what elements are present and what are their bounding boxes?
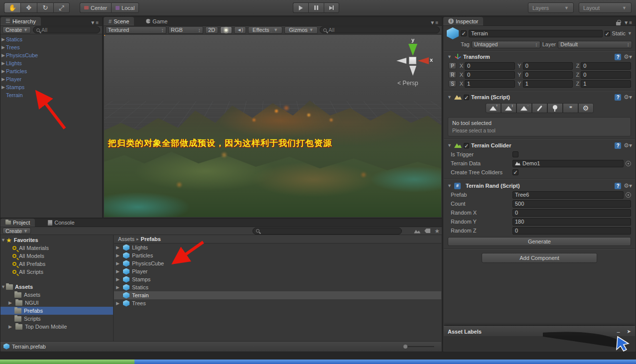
favorites-root[interactable]: ▼ ★ Favorites [0,236,113,244]
terrain-rand-header[interactable]: ▼ # Terrain Rand (Script) ? ⚙▾ [444,181,635,190]
file-trees[interactable]: ▶Trees [114,299,441,307]
component-enabled-checkbox[interactable]: ✓ [464,95,469,100]
file-llights[interactable]: ▶Llights [114,243,441,251]
scale-z-field[interactable]: 1 [581,80,631,88]
folder-top-down-mobile[interactable]: ▶Top Down Mobile [0,323,113,331]
scene-orientation-gizmo[interactable]: y x < Persp [396,37,432,87]
gear-icon[interactable]: ⚙▾ [624,142,632,149]
effects-dropdown[interactable]: Effects |▼ [248,26,282,34]
file-particles[interactable]: ▶Particles [114,251,441,259]
paint-texture-tool-button[interactable] [532,103,547,113]
file-physicscube[interactable]: ▶PhysicsCube [114,259,441,267]
layers-dropdown[interactable]: Layers ▼ [528,2,574,13]
help-icon[interactable]: ? [615,183,621,189]
position-x-field[interactable]: 0 [465,62,515,70]
hand-tool-button[interactable]: ✋ [4,2,20,13]
terrain-data-object-field[interactable]: Demo1 [512,160,624,167]
help-icon[interactable]: ? [615,54,621,60]
scene-search-input[interactable]: All [320,26,440,33]
create-tree-colliders-checkbox[interactable]: ✓ [512,169,518,175]
object-picker-icon[interactable] [626,192,631,198]
scene-viewport[interactable]: y x < Persp 把归类的对象全部做成预设，因为这样利于我们打包资源 [104,35,441,217]
channels-dropdown[interactable]: RGB↕ [168,26,203,34]
move-tool-button[interactable]: ✥ [20,2,37,13]
scale-y-field[interactable]: 1 [523,80,573,88]
help-icon[interactable]: ? [615,94,621,101]
random-z-field[interactable]: 0 [512,227,631,235]
pause-button[interactable] [308,2,324,13]
rotation-z-field[interactable]: 0 [581,71,631,79]
project-search-input[interactable] [253,228,402,235]
taskbar-segment[interactable] [134,360,636,364]
rotate-tool-button[interactable]: ↻ [37,2,53,13]
lighting-toggle-button[interactable] [220,26,232,34]
raise-height-tool-button[interactable]: ↑ [486,103,501,113]
terrain-settings-tool-button[interactable]: ⚙ [578,103,594,113]
rotation-button[interactable]: R [449,71,456,78]
scene-tab[interactable]: # Scene [104,17,134,25]
layer-dropdown[interactable]: Default↕ [558,41,632,48]
gameobject-name-field[interactable]: Terrain [469,30,603,37]
position-y-field[interactable]: 0 [523,62,573,70]
hierarchy-item-physicscube[interactable]: ▶PhysicsCube [0,51,102,59]
space-local-button[interactable]: Local [111,2,139,13]
rotation-y-field[interactable]: 0 [523,71,573,79]
hierarchy-item-trees[interactable]: ▶Trees [0,43,102,51]
object-picker-icon[interactable] [626,161,631,166]
hierarchy-create-button[interactable]: Create ▼ [2,26,31,33]
lock-icon[interactable] [616,22,621,25]
gizmo-cube[interactable] [409,57,416,64]
scale-x-field[interactable]: 1 [465,80,515,88]
active-checkbox[interactable]: ✓ [461,30,467,36]
favorites-all-materials[interactable]: All Materials [0,244,113,252]
folder-prefabs[interactable]: Prefabs [0,307,113,315]
thumbnail-zoom-slider[interactable] [403,346,434,347]
hierarchy-item-terrain[interactable]: Terrain [0,91,102,99]
transform-component-header[interactable]: ▼ Transform ? ⚙▾ [444,52,635,61]
persp-toggle[interactable]: < Persp [397,80,418,87]
taskbar-start-segment[interactable] [0,360,134,364]
favorites-all-models[interactable]: All Models [0,252,113,260]
game-tab[interactable]: Game [141,17,172,25]
terrain-collider-header[interactable]: ▼ ✓ Terrain Collider ? ⚙▾ [444,141,635,150]
position-button[interactable]: P [449,62,456,69]
panel-menu-icon[interactable]: ▼≡ [427,20,442,25]
random-y-field[interactable]: 180 [512,218,631,226]
position-z-field[interactable]: 0 [581,62,631,70]
axis-y-cone[interactable] [408,44,417,56]
favorites-all-prefabs[interactable]: All Prefabs [0,260,113,268]
paint-height-tool-button[interactable]: ↕ [501,103,516,113]
tag-dropdown[interactable]: Untagged↕ [472,41,540,48]
slider-handle[interactable] [403,345,407,349]
folder-assets[interactable]: Assets [0,291,113,299]
play-button[interactable] [293,2,308,13]
breadcrumb-current[interactable]: Prefabs [141,236,161,242]
collapse-icon[interactable]: – [617,329,620,335]
generate-button[interactable]: Generate [448,237,631,246]
hierarchy-item-statics[interactable]: ▶Statics [0,35,102,43]
hierarchy-item-stamps[interactable]: ▶Stamps [0,83,102,91]
gizmos-dropdown[interactable]: Gizmos ▼ [284,26,318,34]
static-dropdown-icon[interactable]: ▼ [628,31,632,36]
layout-dropdown[interactable]: Layout ▼ [579,2,632,13]
gear-icon[interactable]: ⚙▾ [624,182,632,189]
place-trees-tool-button[interactable] [547,103,563,113]
2d-toggle-button[interactable]: 2D [205,26,218,34]
gear-icon[interactable]: ⚙▾ [624,53,632,60]
scale-button[interactable]: S [449,80,456,87]
breadcrumb-root[interactable]: Assets [118,236,134,242]
project-tab[interactable]: Project [0,219,35,227]
step-button[interactable] [324,2,339,13]
terrain-script-header[interactable]: ▼ ✓ Terrain (Script) ? ⚙▾ [444,93,635,102]
smooth-height-tool-button[interactable]: · [516,103,532,113]
add-component-button[interactable]: Add Component [482,253,597,263]
console-tab[interactable]: Console [43,219,79,227]
prefab-object-field[interactable]: Tree6 [512,191,624,199]
count-field[interactable]: 500 [512,200,631,208]
hierarchy-tab[interactable]: ☰ Hierarchy [0,17,41,25]
paint-details-tool-button[interactable]: ** [563,103,578,113]
hierarchy-search-input[interactable]: All [33,26,100,33]
static-checkbox[interactable]: ✓ [605,31,610,36]
panel-menu-icon[interactable]: ▼≡ [87,20,102,25]
rotation-x-field[interactable]: 0 [465,71,515,79]
